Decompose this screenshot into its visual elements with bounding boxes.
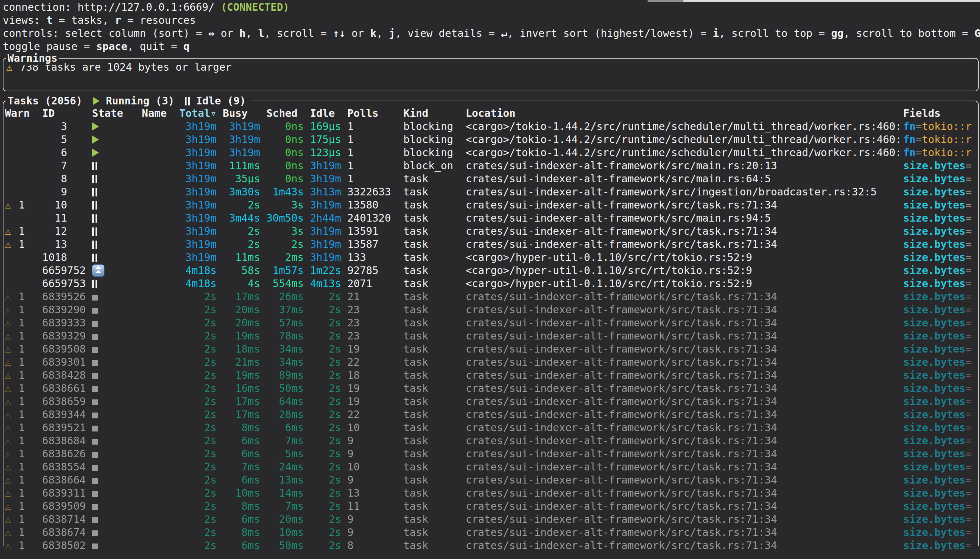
- polls-count: 13587: [341, 238, 397, 251]
- warn-cell: ⚠ 1: [5, 395, 42, 408]
- column-header-kind[interactable]: Kind: [397, 107, 460, 120]
- column-header-fields[interactable]: Fields: [903, 107, 978, 120]
- task-row[interactable]: 53h19m3h19m0ns175µs1blocking<cargo>/toki…: [5, 133, 978, 146]
- task-fields: size.bytes=: [903, 434, 978, 447]
- idle-duration: 4m13s: [304, 277, 341, 290]
- task-row[interactable]: ⚠ 168386612s16ms50ms2s19taskcrates/sui-i…: [5, 382, 978, 395]
- task-row[interactable]: ⚠ 168386742s8ms10ms2s9taskcrates/sui-ind…: [5, 526, 978, 539]
- task-row[interactable]: 10183h19m11ms2ms3h19m133task<cargo>/hype…: [5, 251, 978, 264]
- field-equals: =: [965, 330, 972, 342]
- column-header-warn[interactable]: Warn: [5, 107, 42, 120]
- task-id: 1018: [42, 251, 92, 264]
- polls-count: 18: [341, 369, 397, 382]
- column-header-id[interactable]: ID: [42, 107, 92, 120]
- column-header-sched[interactable]: Sched: [260, 107, 303, 120]
- tasks-panel: Tasks (2056) Running (3) Idle (9) WarnID…: [3, 101, 978, 546]
- state-cell: [92, 408, 142, 421]
- field-key: size.bytes: [903, 343, 965, 355]
- table-body: 33h19m3h19m0ns169µs1blocking<cargo>/toki…: [5, 120, 978, 552]
- state-cell: [92, 120, 142, 133]
- task-row[interactable]: ⚠ 168393012s21ms34ms2s22taskcrates/sui-i…: [5, 356, 978, 369]
- task-row[interactable]: ⚠ 1 133h19m2s2s3h19m13587taskcrates/sui-…: [5, 238, 978, 251]
- task-row[interactable]: ⚠ 168387142s6ms20ms2s9taskcrates/sui-ind…: [5, 513, 978, 526]
- task-row[interactable]: 83h19m35µs0ns3h19m1taskcrates/sui-indexe…: [5, 172, 978, 185]
- task-kind: task: [397, 238, 460, 251]
- state-cell: [92, 395, 142, 408]
- column-header-busy[interactable]: Busy: [217, 107, 260, 120]
- task-row[interactable]: 33h19m3h19m0ns169µs1blocking<cargo>/toki…: [5, 120, 978, 133]
- polls-count: 22: [341, 356, 397, 369]
- task-row[interactable]: ⚠ 168395082s18ms34ms2s19taskcrates/sui-i…: [5, 342, 978, 356]
- task-kind: blocking: [397, 146, 460, 159]
- task-name: [142, 526, 179, 539]
- task-row[interactable]: ⚠ 168393332s20ms57ms2s23taskcrates/sui-i…: [5, 316, 978, 329]
- task-kind: task: [397, 316, 460, 329]
- column-header-polls[interactable]: Polls: [341, 107, 397, 120]
- state-cell: [92, 225, 142, 238]
- column-header-total[interactable]: Total▿: [179, 107, 217, 120]
- task-row[interactable]: ⚠ 168386842s6ms7ms2s9taskcrates/sui-inde…: [5, 434, 978, 447]
- task-row[interactable]: 73h19m111ms0ns3h19m1block_oncrates/sui-i…: [5, 159, 978, 172]
- sched-duration: 14ms: [260, 486, 303, 500]
- task-kind: task: [397, 513, 460, 526]
- total-duration: 2s: [179, 342, 217, 356]
- idle-duration: 2h44m: [304, 212, 341, 225]
- busy-duration: 17ms: [217, 408, 260, 421]
- hint-segment: or: [345, 27, 370, 39]
- hint-segment: , invert sort (highest/lowest) =: [507, 27, 713, 39]
- task-row[interactable]: ⚠ 168393292s19ms78ms2s23taskcrates/sui-i…: [5, 329, 978, 342]
- task-row[interactable]: ⚠ 168384282s19ms89ms2s18taskcrates/sui-i…: [5, 369, 978, 382]
- field-equals: =: [965, 199, 972, 211]
- column-header-name[interactable]: Name: [142, 107, 179, 120]
- task-row[interactable]: ⚠ 168386642s6ms13ms2s9taskcrates/sui-ind…: [5, 473, 978, 486]
- task-location: crates/sui-indexer-alt-framework/src/tas…: [459, 421, 903, 434]
- task-fields: size.bytes=: [903, 329, 978, 342]
- task-row[interactable]: ⚠ 1 103h19m2s3s3h19m13580taskcrates/sui-…: [5, 198, 978, 212]
- polls-count: 1: [341, 159, 397, 172]
- task-name: [142, 369, 179, 382]
- sched-duration: 10ms: [260, 526, 303, 539]
- task-row[interactable]: 63h19m3h19m0ns123µs1blocking<cargo>/toki…: [5, 146, 978, 159]
- task-row[interactable]: ⚠ 168385542s7ms24ms2s10taskcrates/sui-in…: [5, 460, 978, 473]
- task-row[interactable]: 113h19m3m44s30m50s2h44m2401320taskcrates…: [5, 212, 978, 225]
- task-row[interactable]: ⚠ 168386592s17ms64ms2s19taskcrates/sui-i…: [5, 395, 978, 408]
- warn-cell: ⚠ 1: [5, 408, 42, 421]
- busy-duration: 17ms: [217, 395, 260, 408]
- task-row[interactable]: 66597524m18s58s1m57s1m22s92785task<cargo…: [5, 264, 978, 277]
- running-state-icon: [93, 97, 100, 105]
- field-equals: =: [965, 291, 972, 303]
- task-fields: size.bytes=: [903, 382, 978, 395]
- task-row[interactable]: 93h19m3m30s1m43s3h13m3322633taskcrates/s…: [5, 185, 978, 198]
- window-edge-notch: [647, 0, 684, 2]
- field-key: size.bytes: [903, 160, 965, 172]
- idle-duration: 3h19m: [304, 198, 341, 212]
- warning-item: ⚠ 738 tasks are 1024 bytes or larger: [6, 61, 978, 74]
- polls-count: 23: [341, 329, 397, 342]
- hint-segment: q: [184, 40, 190, 52]
- column-header-location[interactable]: Location: [459, 107, 903, 120]
- task-row[interactable]: ⚠ 168395212s8ms6ms2s10taskcrates/sui-ind…: [5, 421, 978, 434]
- field-equals: =: [965, 343, 972, 355]
- field-key: size.bytes: [903, 539, 965, 551]
- task-row[interactable]: 66597534m18s4s554ms4m13s2071task<cargo>/…: [5, 277, 978, 290]
- task-row[interactable]: ⚠ 168385022s6ms50ms2s8taskcrates/sui-ind…: [5, 539, 978, 552]
- warning-icon: ⚠: [5, 342, 12, 356]
- task-row[interactable]: ⚠ 168393112s10ms14ms2s13taskcrates/sui-i…: [5, 486, 978, 500]
- task-location: crates/sui-indexer-alt-framework/src/tas…: [459, 198, 903, 212]
- total-duration: 3h19m: [179, 172, 217, 185]
- total-duration: 2s: [179, 369, 217, 382]
- task-row[interactable]: ⚠ 168395262s17ms26ms2s21taskcrates/sui-i…: [5, 290, 978, 303]
- state-cell: [92, 251, 142, 264]
- task-row[interactable]: ⚠ 168395092s8ms7ms2s11taskcrates/sui-ind…: [5, 500, 978, 513]
- task-fields: size.bytes=: [903, 198, 978, 212]
- task-row[interactable]: ⚠ 168386262s6ms5ms2s9taskcrates/sui-inde…: [5, 447, 978, 460]
- task-name: [142, 486, 179, 500]
- task-row[interactable]: ⚠ 1 123h19m2s3s3h19m13591taskcrates/sui-…: [5, 225, 978, 238]
- column-header-state[interactable]: State: [92, 107, 142, 120]
- task-row[interactable]: ⚠ 168393442s17ms28ms2s22taskcrates/sui-i…: [5, 408, 978, 421]
- stopped-state-icon: [92, 426, 98, 432]
- task-row[interactable]: ⚠ 168392902s20ms37ms2s23taskcrates/sui-i…: [5, 303, 978, 316]
- idle-state-icon: [92, 201, 97, 210]
- column-header-idle[interactable]: Idle: [304, 107, 341, 120]
- hint-segment: j: [389, 27, 395, 39]
